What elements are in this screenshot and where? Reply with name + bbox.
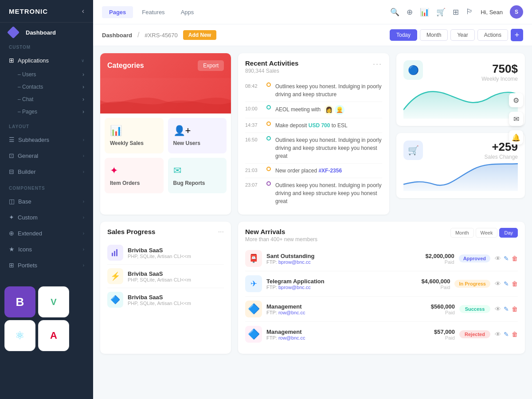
view-icon[interactable]: 👁 (495, 331, 501, 338)
edit-icon[interactable]: ✎ (504, 280, 509, 287)
activity-item: 21:03 New order placed #XF-2356 (245, 164, 382, 178)
sidebar-item-extended[interactable]: ⊕ Extended › (0, 225, 93, 241)
view-icon[interactable]: 👁 (495, 280, 501, 287)
sidebar-toggle-icon[interactable]: ‹ (82, 7, 84, 15)
activity-item: 23:07 Outlines keep you honest. Indulgin… (245, 178, 382, 208)
layout-section-label: LAYOUT (0, 118, 93, 132)
activities-menu[interactable]: ··· (373, 59, 382, 69)
sales-chart (403, 160, 518, 191)
arrival-info: Telegram Application FTP: bprow@bnc.cc (266, 278, 406, 290)
delete-icon[interactable]: 🗑 (512, 280, 518, 287)
sidebar-item-icons[interactable]: ★ Icons › (0, 241, 93, 257)
arrival-actions: 👁 ✎ 🗑 (495, 255, 518, 262)
paper-plane-icon[interactable]: ✉ (509, 112, 523, 126)
sales-progress-title: Sales Progress (107, 228, 155, 236)
sidebar-item-portlets[interactable]: ⊞ Portlets › (0, 257, 93, 273)
breadcrumb-separator: / (137, 31, 139, 39)
month-button[interactable]: Month (420, 29, 448, 41)
avatar-1: 👩 (324, 105, 334, 115)
arrival-info: Management FTP: row@bnc.cc (266, 329, 411, 340)
edit-icon[interactable]: ✎ (504, 255, 509, 262)
custom-section-label: CUSTOM (0, 39, 93, 52)
progress-info: Briviba SaaS PHP, SQLite, Artisan CLI<<m (128, 247, 224, 259)
filter-month[interactable]: Month (450, 228, 474, 238)
sidebar-item-builder[interactable]: ⊟ Builder › (0, 164, 93, 180)
delete-icon[interactable]: 🗑 (512, 331, 518, 338)
arrival-logo: 🔷 (245, 326, 262, 343)
chevron-right-icon: › (83, 169, 84, 174)
arrival-ftp: FTP: bprow@bnc.cc (266, 259, 410, 265)
recent-activities-card: Recent Activities 890,344 Sales ··· 08:4… (238, 53, 389, 215)
cat-tile-weekly-sales[interactable]: 📊 Weekly Sales (105, 118, 164, 153)
chevron-right-icon: › (83, 231, 84, 236)
search-icon[interactable]: 🔍 (390, 8, 399, 17)
edit-icon[interactable]: ✎ (504, 305, 509, 313)
view-icon[interactable]: 👁 (495, 255, 501, 262)
sales-progress-menu[interactable]: ··· (218, 228, 224, 236)
year-button[interactable]: Year (450, 29, 474, 41)
charts-side: 🔵 750$ Weekly Income (396, 53, 525, 215)
delete-icon[interactable]: 🗑 (512, 305, 518, 313)
user-avatar[interactable]: S (510, 5, 523, 19)
tab-apps[interactable]: Apps (174, 6, 201, 18)
vue-logo[interactable]: V (38, 286, 69, 317)
filter-week[interactable]: Week (476, 228, 498, 238)
bug-reports-label: Bug Reports (173, 180, 205, 186)
sidebar-item-custom[interactable]: ✦ Custom › (0, 209, 93, 225)
activity-item: 14:37 Make deposit USD 700 to ESL (245, 118, 382, 133)
cart-icon[interactable]: 🛒 (436, 8, 446, 17)
flag-icon[interactable]: 🏳 (466, 8, 473, 16)
activity-text: Make deposit USD 700 to ESL (275, 121, 382, 129)
filter-day[interactable]: Day (499, 228, 518, 238)
sidebar-item-base[interactable]: ◫ Base › (0, 193, 93, 209)
bootstrap-logo[interactable]: B (4, 286, 35, 317)
edit-icon[interactable]: ✎ (504, 331, 509, 338)
view-icon[interactable]: 👁 (495, 305, 501, 313)
sidebar-item-general[interactable]: ⊡ General › (0, 148, 93, 164)
arrival-ftp: FTP: row@bnc.cc (266, 310, 411, 315)
tab-pages[interactable]: Pages (102, 6, 133, 18)
activity-time: 16:50 (245, 137, 262, 142)
arrival-info: Sant Outstanding FTP: bprow@bnc.cc (266, 253, 410, 265)
cat-tile-item-orders[interactable]: ✦ Item Orders (105, 158, 164, 193)
activity-text: AEOL meeting with 👩 👱 (275, 105, 382, 115)
tab-features[interactable]: Features (135, 6, 172, 18)
export-button[interactable]: Export (198, 60, 224, 71)
sidebar-item-applications[interactable]: ⊞ Applications ∨ (0, 52, 93, 68)
sidebar-sub-contacts[interactable]: – Contacts › (0, 81, 93, 93)
activity-text: New order placed #XF-2356 (275, 167, 382, 175)
today-button[interactable]: Today (390, 29, 417, 41)
cat-tile-bug-reports[interactable]: ✉ Bug Reports (168, 158, 227, 193)
dashboard-item[interactable]: Dashboard (0, 23, 93, 39)
arrival-paid-label: Paid (410, 285, 450, 290)
arrival-price: $4,600,000 (410, 278, 450, 285)
avatar-2: 👱 (335, 105, 344, 115)
add-icon-button[interactable]: + (511, 29, 523, 41)
react-logo[interactable]: ⚛ (4, 320, 35, 351)
activity-dot-orange (266, 121, 271, 126)
cat-tile-new-users[interactable]: 👤+ New Users (168, 118, 227, 153)
activity-item: 10:00 AEOL meeting with 👩 👱 (245, 102, 382, 118)
arrival-actions: 👁 ✎ 🗑 (495, 280, 518, 287)
arrival-ftp: FTP: row@bnc.cc (266, 335, 411, 340)
chevron-down-icon: ∨ (81, 58, 84, 63)
sidebar-sub-users[interactable]: – Users › (0, 68, 93, 81)
delete-icon[interactable]: 🗑 (512, 255, 518, 262)
grid-icon[interactable]: ⊞ (453, 8, 459, 17)
sidebar-sub-pages[interactable]: – Pages › (0, 106, 93, 118)
settings-icon[interactable]: ⚙ (509, 93, 523, 107)
sidebar-sub-chat[interactable]: – Chat › (0, 93, 93, 106)
chart-icon[interactable]: 📊 (420, 8, 429, 17)
sidebar-item-subheaders[interactable]: ☰ Subheaders › (0, 132, 93, 148)
bell-icon[interactable]: 🔔 (509, 130, 523, 145)
progress-name: Briviba SaaS (128, 270, 224, 277)
angular-logo[interactable]: A (38, 320, 69, 351)
bug-reports-icon: ✉ (173, 165, 181, 176)
weekly-sales-label: Weekly Sales (110, 140, 144, 146)
arrival-amount: $57,000 Paid (415, 329, 455, 340)
actions-button[interactable]: Actions (477, 29, 508, 41)
arrival-row: ✈ Telegram Application FTP: bprow@bnc.cc… (245, 271, 518, 297)
add-new-button[interactable]: Add New (183, 30, 216, 40)
share-icon[interactable]: ⊕ (407, 8, 413, 17)
activity-time: 08:42 (245, 83, 262, 89)
